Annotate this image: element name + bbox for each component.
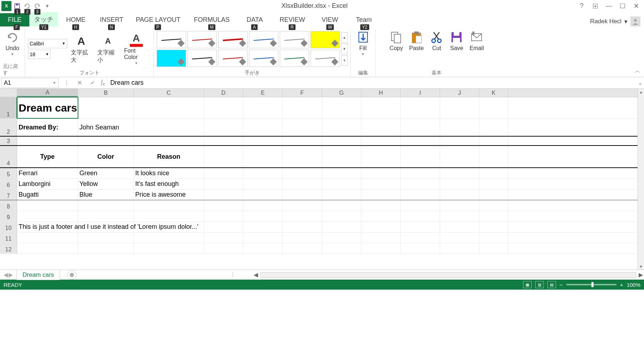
cell[interactable] <box>17 200 78 211</box>
tab-formulas[interactable]: FORMULASM <box>187 13 237 26</box>
fill-button[interactable]: Fill▼ <box>354 29 372 58</box>
user-account[interactable]: Radek Hecl▾ <box>590 16 644 26</box>
scroll-down-button[interactable]: ▼ <box>638 263 644 270</box>
add-sheet-button[interactable]: ⊕ <box>67 270 77 280</box>
cell[interactable] <box>283 146 322 167</box>
cell[interactable] <box>243 168 283 178</box>
cell[interactable] <box>401 119 440 136</box>
row-header-3[interactable]: 3 <box>0 137 17 145</box>
paste-button[interactable]: Paste <box>407 29 426 53</box>
cell-A10[interactable]: This is just a footer and I use it inste… <box>17 222 78 232</box>
cell[interactable] <box>440 200 479 211</box>
cell[interactable] <box>479 190 508 200</box>
cell-A2[interactable]: Dreamed By: <box>17 119 78 136</box>
cell[interactable] <box>401 243 440 254</box>
cell[interactable] <box>479 146 508 167</box>
tab-insert[interactable]: INSERTN <box>94 13 130 26</box>
cell[interactable] <box>283 119 322 136</box>
pen-gray[interactable] <box>280 31 309 48</box>
cell[interactable] <box>361 232 401 243</box>
tab-touch[interactable]: タッチ Y1 <box>29 12 58 26</box>
cell[interactable] <box>440 232 479 243</box>
cell[interactable] <box>322 232 361 243</box>
cell[interactable] <box>283 190 322 200</box>
cell[interactable] <box>283 168 322 178</box>
close-button[interactable]: ✕ <box>632 2 640 10</box>
cell-B4[interactable]: Color <box>78 146 134 167</box>
tab-home[interactable]: HOMEH <box>58 13 94 26</box>
tab-data[interactable]: DATAA <box>237 13 273 26</box>
cell-C5[interactable]: It looks nice <box>134 168 204 178</box>
cell[interactable] <box>204 97 243 118</box>
row-header-11[interactable]: 11 <box>0 232 17 243</box>
cut-button[interactable]: Cut <box>427 29 446 53</box>
cell[interactable] <box>440 179 479 189</box>
cell[interactable] <box>204 146 243 167</box>
view-page-break-button[interactable]: ▤ <box>547 281 556 288</box>
formula-input[interactable]: Dream cars <box>107 78 636 88</box>
zoom-slider[interactable] <box>566 284 616 285</box>
cell[interactable] <box>401 232 440 243</box>
zoom-level[interactable]: 100% <box>627 282 640 288</box>
cell[interactable] <box>401 200 440 211</box>
cell[interactable] <box>401 146 440 167</box>
col-header-D[interactable]: D <box>204 89 243 97</box>
cell[interactable] <box>243 137 283 145</box>
cell[interactable] <box>243 179 283 189</box>
cell[interactable] <box>204 190 243 200</box>
cell[interactable] <box>243 200 283 211</box>
cell[interactable] <box>204 137 243 145</box>
col-header-J[interactable]: J <box>440 89 479 97</box>
maximize-button[interactable]: ☐ <box>618 2 627 10</box>
cell[interactable] <box>78 200 134 211</box>
cell[interactable] <box>479 168 508 178</box>
cell-A5[interactable]: Ferrari <box>17 168 78 178</box>
file-tab[interactable]: FILE F <box>0 13 29 26</box>
cell[interactable] <box>134 200 204 211</box>
cell[interactable] <box>283 232 322 243</box>
name-box[interactable]: A1▼ <box>1 78 59 88</box>
row-header-1[interactable]: 1 <box>0 97 17 118</box>
cell[interactable] <box>283 97 322 118</box>
cell[interactable] <box>322 179 361 189</box>
cell[interactable] <box>134 232 204 243</box>
cell[interactable] <box>283 179 322 189</box>
tab-team[interactable]: TeamY2 <box>348 13 380 26</box>
row-header-4[interactable]: 4 <box>0 146 17 167</box>
cell[interactable] <box>134 211 204 221</box>
zoom-in-button[interactable]: + <box>620 282 623 288</box>
cell-A6[interactable]: Lamborgini <box>17 179 78 189</box>
cell[interactable] <box>440 119 479 136</box>
cell[interactable] <box>78 211 134 221</box>
cell[interactable] <box>361 146 401 167</box>
pen-red-thick[interactable] <box>218 31 248 48</box>
pen-blue-2[interactable] <box>249 50 278 67</box>
font-color-button[interactable]: AFont Color▼ <box>122 31 151 67</box>
fx-icon[interactable]: fx <box>99 79 107 87</box>
gallery-up-button[interactable]: ▲ <box>341 32 348 43</box>
col-header-C[interactable]: C <box>134 89 204 97</box>
cell[interactable] <box>361 168 401 178</box>
cell-B5[interactable]: Green <box>78 168 134 178</box>
cell[interactable] <box>322 222 361 232</box>
cell-C6[interactable]: It's fast enough <box>134 179 204 189</box>
cell[interactable] <box>17 243 78 254</box>
cell[interactable] <box>243 97 283 118</box>
undo-button[interactable]: Undo▼ <box>3 29 22 58</box>
cell-A7[interactable]: Bugatti <box>17 190 78 200</box>
cell[interactable] <box>17 211 78 221</box>
cell[interactable] <box>440 211 479 221</box>
cell[interactable] <box>204 232 243 243</box>
cell[interactable] <box>361 97 401 118</box>
copy-button[interactable]: Copy <box>387 29 406 53</box>
col-header-B[interactable]: B <box>78 89 134 97</box>
cell-A1[interactable]: Dream cars <box>17 97 78 118</box>
pen-green[interactable] <box>280 50 309 67</box>
cell[interactable] <box>243 232 283 243</box>
cell[interactable] <box>322 168 361 178</box>
font-name-combo[interactable]: Calibri▼ <box>28 39 67 48</box>
row-header-7[interactable]: 7 <box>0 190 17 200</box>
cell[interactable] <box>204 211 243 221</box>
cell[interactable] <box>283 200 322 211</box>
cell[interactable] <box>361 119 401 136</box>
